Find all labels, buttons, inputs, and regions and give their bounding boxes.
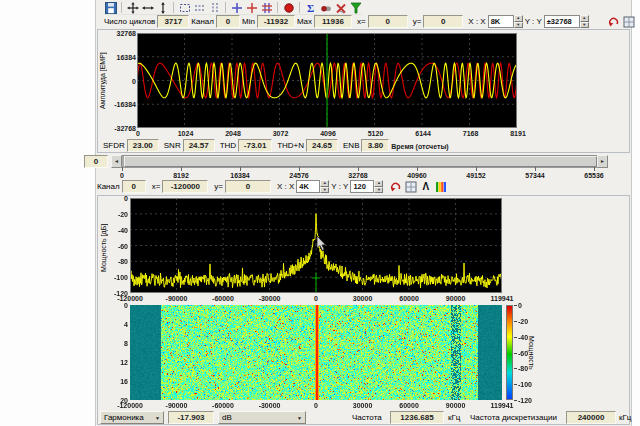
palette-icon[interactable] bbox=[434, 180, 447, 193]
yzoom2-value[interactable]: 120 bbox=[350, 180, 374, 193]
yzoom-value[interactable]: ±32768 bbox=[544, 15, 580, 28]
axis-tick-label: 16384 bbox=[215, 172, 265, 179]
peak-marker-icon[interactable]: Λ bbox=[419, 180, 432, 193]
undo-zoom2-icon[interactable] bbox=[389, 180, 402, 193]
mid-control-row: Канал 0 x= -120000 y= 0 X : X 4K ▲▼ Y : … bbox=[97, 180, 447, 193]
toolbar-separator bbox=[299, 2, 300, 13]
colorbar-tick-mark bbox=[514, 368, 517, 369]
scroll-position-field[interactable]: 0 bbox=[84, 155, 108, 168]
x-coord-field[interactable]: 0 bbox=[368, 15, 408, 28]
probe-icon[interactable] bbox=[319, 1, 332, 14]
select-vertical-icon[interactable] bbox=[208, 1, 221, 14]
axis-tick-label: 7168 bbox=[446, 130, 496, 137]
spin-down-icon[interactable]: ▼ bbox=[580, 22, 589, 29]
xzoom2-label: X : X bbox=[277, 180, 294, 193]
frequency-value-field[interactable]: 1236.685 bbox=[390, 411, 444, 424]
axis-tick-label: 4096 bbox=[303, 130, 353, 137]
cursor-red-icon[interactable] bbox=[245, 1, 258, 14]
axis-tick-label: 30000 bbox=[338, 402, 388, 409]
xzoom-value[interactable]: 8K bbox=[488, 15, 514, 28]
xzoom-spin-buttons[interactable]: ▲▼ bbox=[514, 15, 523, 28]
axis-tick-label: 0 bbox=[291, 402, 341, 409]
axis-tick-label: 0 bbox=[518, 302, 522, 309]
cursor-grid-icon[interactable] bbox=[260, 1, 273, 14]
colorbar-tick-mark bbox=[514, 400, 517, 401]
overview-ruler-line bbox=[120, 167, 598, 168]
fit-view-icon[interactable] bbox=[622, 15, 635, 28]
delete-cursor-icon[interactable] bbox=[334, 1, 347, 14]
sfdr-value[interactable]: 23.00 bbox=[127, 139, 159, 152]
yzoom2-spin-buttons[interactable]: ▲▼ bbox=[374, 180, 383, 193]
yzoom2-spinner[interactable]: 120 ▲▼ bbox=[350, 180, 383, 193]
axis-tick-label: -60 bbox=[518, 350, 528, 357]
toolbar-separator bbox=[173, 2, 174, 13]
y2-coord-field[interactable]: 0 bbox=[225, 180, 271, 193]
thd-label: THD bbox=[220, 139, 236, 152]
chevron-down-icon: ▼ bbox=[155, 415, 160, 421]
axis-tick-label: 90000 bbox=[431, 402, 481, 409]
axis-tick-label: 2048 bbox=[208, 130, 258, 137]
max-value-field[interactable]: 11936 bbox=[314, 15, 352, 28]
thd-value[interactable]: -73.01 bbox=[238, 139, 272, 152]
min-value-field[interactable]: -11932 bbox=[257, 15, 295, 28]
top-control-row: Число циклов 3717 Канал 0 Min -11932 Max… bbox=[104, 15, 635, 28]
pan-icon[interactable] bbox=[126, 1, 139, 14]
metrics-row: SFDR 23.00 SNR 24.57 THD -73.01 THD+N 24… bbox=[103, 139, 389, 152]
xzoom-spinner[interactable]: 8K ▲▼ bbox=[488, 15, 523, 28]
y-coord-field[interactable]: 0 bbox=[423, 15, 463, 28]
record-icon[interactable] bbox=[282, 1, 295, 14]
snr-value[interactable]: 24.57 bbox=[183, 139, 215, 152]
axis-tick-label: -32768 bbox=[114, 125, 136, 132]
colorbar-tick-mark bbox=[514, 353, 517, 354]
fit-view2-icon[interactable] bbox=[404, 180, 417, 193]
unit-dropdown[interactable]: dB ▼ bbox=[218, 411, 306, 424]
spin-down-icon[interactable]: ▼ bbox=[374, 187, 383, 194]
harmonic-value-field[interactable]: -17.903 bbox=[168, 411, 214, 424]
axis-tick-label: 12 bbox=[120, 359, 128, 366]
yzoom-spinner[interactable]: ±32768 ▲▼ bbox=[544, 15, 589, 28]
toolbar-separator bbox=[225, 2, 226, 13]
harmonic-dropdown[interactable]: Гармоника ▼ bbox=[100, 411, 164, 424]
axis-tick-label: 30000 bbox=[338, 295, 388, 302]
select-rect-icon[interactable] bbox=[178, 1, 191, 14]
channel2-value-field[interactable]: 0 bbox=[122, 180, 146, 193]
xzoom2-spin-buttons[interactable]: ▲▼ bbox=[320, 180, 329, 193]
spin-down-icon[interactable]: ▼ bbox=[320, 187, 329, 194]
cycles-value-field[interactable]: 3717 bbox=[157, 15, 189, 28]
axis-tick-label: 49152 bbox=[451, 172, 501, 179]
spectrogram-plot[interactable] bbox=[130, 305, 502, 400]
axis-tick-label: -120 bbox=[518, 397, 532, 404]
ruler-tick-mark bbox=[535, 167, 536, 171]
axis-tick-label: -90000 bbox=[152, 402, 202, 409]
cursor-blue-icon[interactable] bbox=[230, 1, 243, 14]
waveform-plot[interactable] bbox=[137, 33, 517, 128]
scroll-thumb[interactable] bbox=[124, 156, 597, 167]
axis-tick-label: 8191 bbox=[493, 130, 543, 137]
xzoom-label: X : X bbox=[468, 15, 485, 28]
thdn-value[interactable]: 24.65 bbox=[306, 139, 338, 152]
yzoom-spin-buttons[interactable]: ▲▼ bbox=[580, 15, 589, 28]
channel-value-field[interactable]: 0 bbox=[216, 15, 240, 28]
xzoom2-spinner[interactable]: 4K ▲▼ bbox=[296, 180, 329, 193]
ruler-tick-mark bbox=[358, 167, 359, 171]
undo-zoom-icon[interactable] bbox=[607, 15, 620, 28]
spin-down-icon[interactable]: ▼ bbox=[514, 22, 523, 29]
xzoom2-value[interactable]: 4K bbox=[296, 180, 320, 193]
zoom-vertical-icon[interactable] bbox=[156, 1, 169, 14]
select-horizontal-icon[interactable] bbox=[193, 1, 206, 14]
axis-tick-label: 40960 bbox=[392, 172, 442, 179]
ruler-tick-mark bbox=[594, 167, 595, 171]
colorbar-tick-mark bbox=[514, 321, 517, 322]
min-label: Min bbox=[242, 15, 255, 28]
colorbar-tick-mark bbox=[514, 337, 517, 338]
axis-tick-label: 0 bbox=[97, 172, 147, 179]
save-icon[interactable] bbox=[104, 1, 117, 14]
zoom-horizontal-icon[interactable] bbox=[141, 1, 154, 14]
waveform-x-axis-title: Время (отсчеты) bbox=[375, 143, 465, 150]
filter-icon[interactable] bbox=[349, 1, 362, 14]
x2-coord-field[interactable]: -120000 bbox=[162, 180, 208, 193]
scroll-right-button[interactable]: ► bbox=[597, 155, 608, 168]
axis-tick-label: -120 bbox=[114, 290, 128, 297]
sample-rate-value-field[interactable]: 240000 bbox=[566, 411, 616, 424]
sum-icon[interactable]: Σ bbox=[304, 1, 317, 14]
